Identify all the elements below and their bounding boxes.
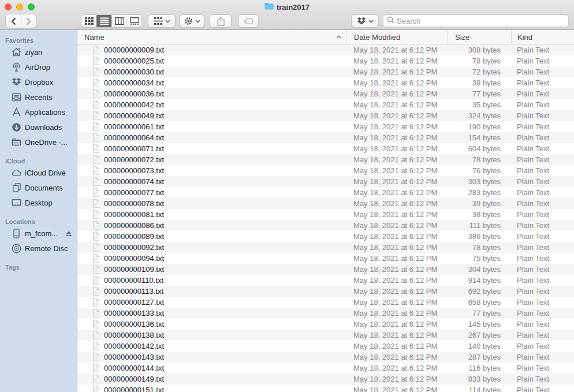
date-modified-cell: May 18, 2021 at 6:12 PM <box>346 188 448 197</box>
icon-view-button[interactable] <box>81 15 96 27</box>
table-row[interactable]: 000000000074.txtMay 18, 2021 at 6:12 PM3… <box>77 176 574 187</box>
action-menu-button[interactable] <box>180 14 204 28</box>
table-row[interactable]: 000000000142.txtMay 18, 2021 at 6:12 PM1… <box>77 341 574 352</box>
search-input[interactable] <box>397 17 565 25</box>
table-row[interactable]: 000000000138.txtMay 18, 2021 at 6:12 PM2… <box>77 330 574 341</box>
text-file-icon <box>92 68 100 76</box>
table-row[interactable]: 000000000036.txtMay 18, 2021 at 6:12 PM7… <box>77 88 574 99</box>
sidebar-item-ziyan[interactable]: ziyan <box>0 44 77 59</box>
column-header-date-modified[interactable]: Date Modified <box>346 30 448 44</box>
table-row[interactable]: 000000000049.txtMay 18, 2021 at 6:12 PM3… <box>77 110 574 121</box>
sidebar-item-label: m_fcom... <box>25 229 58 238</box>
file-name: 000000000034.txt <box>104 79 164 87</box>
sidebar-item-recents[interactable]: Recents <box>0 89 77 104</box>
table-row[interactable]: 000000000072.txtMay 18, 2021 at 6:12 PM7… <box>77 154 574 165</box>
table-row[interactable]: 000000000151.txtMay 18, 2021 at 6:12 PM1… <box>77 384 574 392</box>
column-header-size[interactable]: Size <box>448 30 511 44</box>
kind-cell: Plain Text <box>511 364 574 372</box>
kind-cell: Plain Text <box>511 68 574 76</box>
dropbox-button[interactable] <box>351 14 379 28</box>
text-file-icon <box>92 79 100 87</box>
table-row[interactable]: 000000000133.txtMay 18, 2021 at 6:12 PM7… <box>77 308 574 319</box>
text-file-icon <box>92 177 100 186</box>
text-file-icon <box>92 100 100 109</box>
table-row[interactable]: 000000000077.txtMay 18, 2021 at 6:12 PM2… <box>77 187 574 198</box>
file-name: 000000000071.txt <box>104 144 164 153</box>
file-name: 000000000092.txt <box>104 243 164 252</box>
column-header-name[interactable]: Name <box>77 30 346 44</box>
tag-button[interactable] <box>238 14 259 28</box>
sidebar-item-remote-disc[interactable]: Remote Disc <box>0 241 77 256</box>
sidebar-item-icloud-drive[interactable]: iCloud Drive <box>0 165 77 180</box>
zoom-button[interactable] <box>28 3 35 10</box>
table-row[interactable]: 000000000042.txtMay 18, 2021 at 6:12 PM3… <box>77 99 574 110</box>
table-row[interactable]: 000000000127.txtMay 18, 2021 at 6:12 PM6… <box>77 297 574 308</box>
date-modified-cell: May 18, 2021 at 6:12 PM <box>346 100 448 109</box>
close-button[interactable] <box>5 3 12 10</box>
minimize-button[interactable] <box>16 3 23 10</box>
file-name: 000000000143.txt <box>104 353 164 361</box>
file-name: 000000000142.txt <box>104 342 164 350</box>
table-row[interactable]: 000000000110.txtMay 18, 2021 at 6:12 PM9… <box>77 275 574 286</box>
table-row[interactable]: 000000000071.txtMay 18, 2021 at 6:12 PM6… <box>77 143 574 154</box>
table-row[interactable]: 000000000064.txtMay 18, 2021 at 6:12 PM1… <box>77 132 574 143</box>
table-row[interactable]: 000000000034.txtMay 18, 2021 at 6:12 PM3… <box>77 77 574 88</box>
size-cell: 114 bytes <box>448 386 511 392</box>
sidebar-section-favorites: FavoritesziyanAirDropDropboxRecentsAppli… <box>0 36 77 150</box>
date-modified-cell: May 18, 2021 at 6:12 PM <box>346 155 448 164</box>
forward-button[interactable] <box>21 14 36 28</box>
sidebar-item-downloads[interactable]: Downloads <box>0 120 77 135</box>
list-view-button[interactable] <box>96 15 111 27</box>
file-name-cell: 000000000030.txt <box>77 68 346 76</box>
table-row[interactable]: 000000000109.txtMay 18, 2021 at 6:12 PM3… <box>77 264 574 275</box>
column-header-kind[interactable]: Kind <box>511 30 574 44</box>
sidebar-item-m-fcom[interactable]: m_fcom... <box>0 226 77 241</box>
table-row[interactable]: 000000000136.txtMay 18, 2021 at 6:12 PM1… <box>77 319 574 330</box>
sidebar-item-airdrop[interactable]: AirDrop <box>0 59 77 74</box>
column-view-button[interactable] <box>111 15 126 27</box>
kind-cell: Plain Text <box>511 46 574 54</box>
gear-icon <box>184 17 193 25</box>
date-modified-cell: May 18, 2021 at 6:12 PM <box>346 353 448 361</box>
kind-cell: Plain Text <box>511 57 574 65</box>
file-name-cell: 000000000113.txt <box>77 287 346 296</box>
sidebar-item-applications[interactable]: Applications <box>0 104 77 120</box>
file-name-cell: 000000000061.txt <box>77 122 346 131</box>
table-row[interactable]: 000000000092.txtMay 18, 2021 at 6:12 PM7… <box>77 242 574 253</box>
group-button[interactable] <box>148 14 176 28</box>
gallery-view-button[interactable] <box>126 15 141 27</box>
table-row[interactable]: 000000000061.txtMay 18, 2021 at 6:12 PM1… <box>77 121 574 132</box>
sidebar-item-dropbox[interactable]: Dropbox <box>0 74 77 89</box>
table-row[interactable]: 000000000086.txtMay 18, 2021 at 6:12 PM1… <box>77 220 574 231</box>
sidebar-item-onedrive[interactable]: OneDrive -... <box>0 135 77 150</box>
back-button[interactable] <box>6 14 21 28</box>
size-cell: 78 bytes <box>448 243 511 252</box>
text-file-icon <box>92 353 100 361</box>
date-modified-cell: May 18, 2021 at 6:12 PM <box>346 133 448 142</box>
table-row[interactable]: 000000000094.txtMay 18, 2021 at 6:12 PM7… <box>77 253 574 264</box>
table-row[interactable]: 000000000078.txtMay 18, 2021 at 6:12 PM3… <box>77 198 574 209</box>
kind-cell: Plain Text <box>511 166 574 175</box>
eject-icon[interactable] <box>65 230 72 237</box>
table-row[interactable]: 000000000144.txtMay 18, 2021 at 6:12 PM1… <box>77 363 574 374</box>
table-row[interactable]: 000000000073.txtMay 18, 2021 at 6:12 PM7… <box>77 165 574 176</box>
table-row[interactable]: 000000000030.txtMay 18, 2021 at 6:12 PM7… <box>77 66 574 77</box>
table-row[interactable]: 000000000081.txtMay 18, 2021 at 6:12 PM3… <box>77 209 574 220</box>
table-row[interactable]: 000000000009.txtMay 18, 2021 at 6:12 PM3… <box>77 44 574 55</box>
table-row[interactable]: 000000000113.txtMay 18, 2021 at 6:12 PM6… <box>77 286 574 297</box>
table-row[interactable]: 000000000149.txtMay 18, 2021 at 6:12 PM8… <box>77 374 574 384</box>
sidebar-item-documents[interactable]: Documents <box>0 180 77 195</box>
date-modified-cell: May 18, 2021 at 6:12 PM <box>346 232 448 241</box>
size-cell: 39 bytes <box>448 79 511 87</box>
kind-cell: Plain Text <box>511 199 574 208</box>
table-row[interactable]: 000000000089.txtMay 18, 2021 at 6:12 PM3… <box>77 231 574 242</box>
search-field[interactable] <box>383 14 569 27</box>
date-modified-cell: May 18, 2021 at 6:12 PM <box>346 375 448 383</box>
share-button[interactable] <box>210 14 232 28</box>
text-file-icon <box>92 166 100 175</box>
table-row[interactable]: 000000000143.txtMay 18, 2021 at 6:12 PM2… <box>77 352 574 363</box>
size-cell: 77 bytes <box>448 309 511 318</box>
sidebar-item-desktop[interactable]: Desktop <box>0 195 77 210</box>
table-row[interactable]: 000000000025.txtMay 18, 2021 at 6:12 PM7… <box>77 55 574 66</box>
file-name-cell: 000000000049.txt <box>77 111 346 120</box>
